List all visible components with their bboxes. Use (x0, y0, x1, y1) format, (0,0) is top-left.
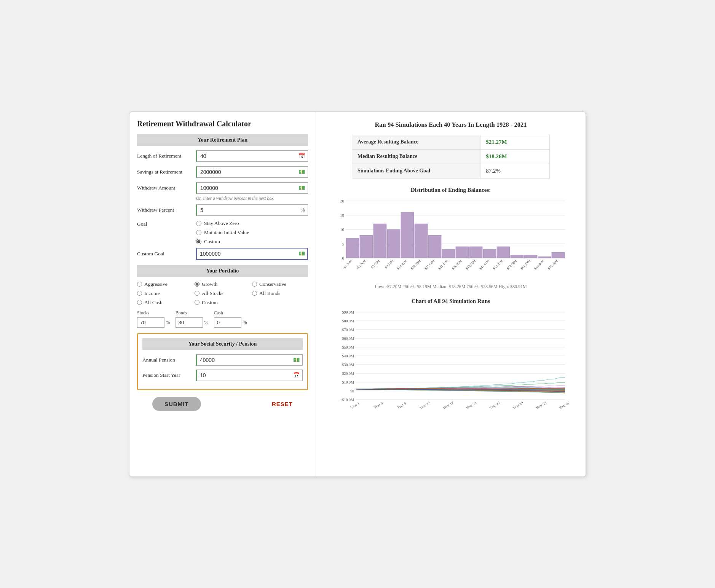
withdraw-icon: 💵 (298, 185, 305, 191)
cash-alloc-input[interactable] (214, 317, 241, 328)
stat-value: $21.27M (480, 135, 550, 149)
pension-start-input[interactable] (196, 370, 303, 381)
goal-radio-custom[interactable] (196, 239, 201, 244)
goal-custom[interactable]: Custom (196, 239, 249, 245)
svg-rect-28 (469, 247, 482, 258)
portfolio-radio-conservative[interactable] (252, 282, 257, 287)
right-panel: Ran 94 Simulations Each 40 Years In Leng… (316, 112, 586, 476)
custom-goal-icon: 💵 (298, 250, 305, 257)
svg-text:Year 13: Year 13 (418, 400, 431, 410)
percent-input[interactable] (196, 204, 308, 216)
portfolio-radio-all-cash[interactable] (137, 300, 142, 305)
pension-calendar-icon: 📅 (293, 372, 300, 378)
percent-row: Withdraw Percent % (137, 204, 308, 216)
portfolio-custom[interactable]: Custom (195, 300, 251, 306)
custom-goal-input[interactable] (196, 248, 308, 260)
portfolio-growth[interactable]: Growth (195, 281, 251, 287)
histogram-stats: Low: -$7.20M 25th%: $8.19M Median: $18.2… (327, 284, 575, 290)
portfolio-all-stocks[interactable]: All Stocks (195, 290, 251, 296)
stats-row: Average Resulting Balance$21.27M (352, 135, 550, 149)
svg-text:20: 20 (340, 199, 345, 203)
svg-text:Year 1: Year 1 (350, 401, 360, 409)
svg-text:$50.0M: $50.0M (342, 345, 354, 349)
goal-options: Stay Above Zero Maintain Initial Value C… (196, 220, 249, 245)
portfolio-income[interactable]: Income (137, 290, 193, 296)
portfolio-radio-growth[interactable] (195, 282, 199, 287)
withdraw-row: Withdraw Amount 💵 (137, 182, 308, 194)
length-input-wrapper: 📅 (196, 150, 308, 162)
portfolio-radio-custom[interactable] (195, 300, 199, 305)
goal-radio-stay[interactable] (196, 221, 201, 226)
portfolio-all-bonds[interactable]: All Bonds (252, 290, 308, 296)
svg-text:$80.0M: $80.0M (342, 319, 354, 323)
svg-rect-16 (387, 229, 400, 258)
main-container: Retirement Withdrawal Calculator Your Re… (129, 112, 586, 477)
withdraw-input[interactable] (196, 182, 308, 194)
portfolio-radio-aggressive[interactable] (137, 282, 142, 287)
portfolio-radio-all-stocks[interactable] (195, 291, 199, 296)
stocks-alloc-input[interactable] (137, 317, 164, 328)
portfolio-all-bonds-label: All Bonds (259, 290, 280, 296)
svg-text:$10.0M: $10.0M (342, 380, 354, 384)
svg-text:$3.81M: $3.81M (370, 259, 380, 269)
savings-input[interactable] (196, 166, 308, 178)
svg-text:Year 17: Year 17 (442, 400, 454, 410)
goal-radio-maintain[interactable] (196, 230, 201, 235)
portfolio-all-cash-label: All Cash (144, 300, 163, 306)
stat-label: Simulations Ending Above Goal (352, 164, 480, 178)
savings-label: Savings at Retirement (137, 169, 196, 175)
svg-rect-10 (346, 238, 359, 258)
pension-money-icon: 💵 (293, 357, 300, 363)
bonds-alloc-input-wrap: % (176, 317, 209, 328)
annual-pension-row: Annual Pension 💵 (142, 354, 303, 366)
portfolio-conservative-label: Conservative (259, 281, 286, 287)
portfolio-income-label: Income (144, 290, 160, 296)
goal-stay-above-zero[interactable]: Stay Above Zero (196, 220, 249, 226)
svg-text:Year 40: Year 40 (558, 400, 569, 410)
svg-text:5: 5 (342, 241, 345, 246)
svg-text:$60.0M: $60.0M (342, 336, 354, 341)
portfolio-all-cash[interactable]: All Cash (137, 300, 193, 306)
line-chart-title: Chart of All 94 Simulation Runs (327, 298, 575, 304)
histogram-title: Distribution of Ending Balances: (327, 187, 575, 193)
portfolio-radio-income[interactable] (137, 291, 142, 296)
portfolio-conservative[interactable]: Conservative (252, 281, 308, 287)
goal-custom-label: Custom (204, 239, 220, 245)
svg-text:$90.0M: $90.0M (342, 310, 354, 314)
reset-button[interactable]: RESET (272, 401, 293, 407)
svg-rect-38 (538, 257, 551, 258)
svg-text:$42.36M: $42.36M (465, 259, 476, 270)
svg-text:$0: $0 (350, 389, 354, 393)
annual-pension-input[interactable] (196, 354, 303, 366)
stat-value: 87.2% (480, 164, 550, 178)
histogram-container: 05101520-$7.20M-$1.70M$3.81M$9.32M$14.82… (333, 197, 569, 281)
goal-maintain-initial[interactable]: Maintain Initial Value (196, 229, 249, 236)
line-chart-container: $90.0M$80.0M$70.0M$60.0M$50.0M$40.0M$30.… (333, 308, 569, 415)
sim-title: Ran 94 Simulations Each 40 Years In Leng… (327, 121, 575, 129)
goal-row: Goal Stay Above Zero Maintain Initial Va… (137, 220, 308, 245)
portfolio-all-stocks-label: All Stocks (202, 290, 223, 296)
svg-rect-32 (497, 247, 510, 258)
stat-label: Average Resulting Balance (352, 135, 480, 149)
svg-rect-24 (442, 249, 455, 258)
submit-button[interactable]: SUBMIT (152, 397, 201, 411)
portfolio-header: Your Portfolio (137, 265, 308, 277)
svg-text:$47.87M: $47.87M (479, 259, 490, 270)
custom-goal-label: Custom Goal (137, 251, 196, 257)
goal-stay-label: Stay Above Zero (204, 220, 239, 226)
calendar-icon: 📅 (298, 153, 305, 159)
svg-text:Year 5: Year 5 (373, 401, 383, 409)
svg-text:Year 29: Year 29 (512, 400, 524, 410)
svg-text:Year 25: Year 25 (488, 400, 501, 410)
svg-rect-14 (373, 224, 386, 258)
portfolio-radio-all-bonds[interactable] (252, 291, 257, 296)
svg-text:-$1.70M: -$1.70M (356, 259, 367, 270)
bonds-alloc-input[interactable] (176, 317, 203, 328)
submit-row: SUBMIT RESET (137, 397, 308, 411)
svg-rect-26 (456, 247, 469, 258)
savings-row: Savings at Retirement 💵 (137, 166, 308, 178)
svg-text:$40.0M: $40.0M (342, 354, 354, 358)
length-input[interactable] (196, 150, 308, 162)
portfolio-aggressive[interactable]: Aggressive (137, 281, 193, 287)
svg-text:$75.40M: $75.40M (547, 259, 559, 270)
